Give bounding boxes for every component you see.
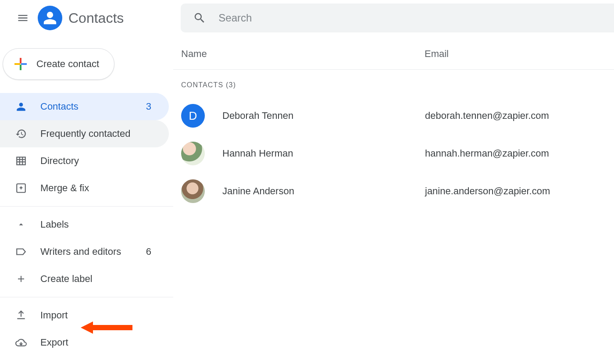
plus-multicolor-icon (13, 56, 29, 72)
cloud-download-icon (15, 337, 27, 348)
sidebar-export-label: Export (40, 337, 169, 348)
avatar (181, 179, 205, 203)
contact-row[interactable]: Janine Anderson janine.anderson@zapier.c… (173, 172, 614, 210)
chevron-up-icon (16, 220, 26, 229)
contact-row[interactable]: D Deborah Tennen deborah.tennen@zapier.c… (173, 97, 614, 135)
label-icon (15, 246, 27, 257)
sidebar-item-frequent[interactable]: Frequently contacted (0, 120, 169, 147)
create-contact-label: Create contact (36, 58, 99, 70)
svg-rect-0 (20, 58, 21, 64)
svg-rect-2 (14, 63, 20, 65)
contact-row[interactable]: Hannah Herman hannah.herman@zapier.com (173, 135, 614, 172)
svg-rect-3 (21, 63, 27, 65)
person-outline-icon (15, 101, 27, 112)
sidebar-label-text: Writers and editors (40, 246, 146, 257)
sidebar-export[interactable]: Export (0, 329, 169, 356)
create-contact-button[interactable]: Create contact (3, 48, 114, 80)
contact-name: Deborah Tennen (222, 110, 425, 121)
svg-rect-1 (20, 64, 21, 70)
contact-name: Hannah Herman (222, 148, 425, 159)
history-icon (15, 128, 27, 139)
column-headers: Name Email (173, 48, 614, 70)
directory-icon (15, 155, 27, 167)
search-input[interactable] (218, 12, 482, 24)
sidebar-item-label: Directory (40, 155, 169, 167)
column-header-email: Email (425, 48, 449, 60)
sidebar-item-contacts[interactable]: Contacts 3 (0, 93, 169, 120)
app-title: Contacts (68, 10, 124, 26)
sidebar-import[interactable]: Import (0, 302, 169, 329)
main-menu-button[interactable] (12, 7, 33, 29)
search-bar[interactable] (181, 4, 614, 32)
plus-icon (16, 274, 26, 284)
contact-email: deborah.tennen@zapier.com (425, 110, 549, 121)
sidebar-label-writers[interactable]: Writers and editors 6 (0, 238, 169, 265)
svg-rect-4 (17, 157, 25, 164)
sidebar-item-merge-fix[interactable]: Merge & fix (0, 175, 169, 202)
divider (0, 297, 173, 297)
header: Contacts (0, 0, 614, 36)
avatar: D (181, 104, 205, 128)
sidebar-item-label: Frequently contacted (40, 128, 169, 139)
upload-icon (15, 310, 27, 321)
divider (0, 206, 173, 207)
sidebar-import-label: Import (40, 310, 169, 321)
hamburger-icon (17, 12, 29, 24)
sparkle-box-icon (15, 182, 27, 194)
app-logo (38, 6, 62, 30)
sidebar: Create contact Contacts 3 Frequently con… (0, 36, 173, 356)
sidebar-item-label: Contacts (40, 101, 146, 112)
contacts-section-label: CONTACTS (3) (173, 70, 614, 97)
sidebar-create-label-text: Create label (40, 273, 169, 285)
contact-name: Janine Anderson (222, 186, 425, 197)
column-header-name: Name (181, 48, 425, 60)
sidebar-labels-label: Labels (40, 219, 169, 230)
sidebar-item-count: 3 (146, 101, 151, 112)
sidebar-label-count: 6 (146, 246, 151, 257)
sidebar-create-label[interactable]: Create label (0, 265, 169, 293)
sidebar-labels-header[interactable]: Labels (0, 211, 169, 238)
avatar (181, 142, 205, 165)
sidebar-item-directory[interactable]: Directory (0, 147, 169, 175)
avatar-initial: D (189, 109, 197, 123)
person-icon (43, 11, 57, 25)
contact-email: hannah.herman@zapier.com (425, 148, 549, 159)
search-icon (193, 11, 206, 25)
sidebar-item-label: Merge & fix (40, 182, 169, 194)
contact-email: janine.anderson@zapier.com (425, 186, 550, 197)
main-content: Name Email CONTACTS (3) D Deborah Tennen… (173, 36, 614, 356)
